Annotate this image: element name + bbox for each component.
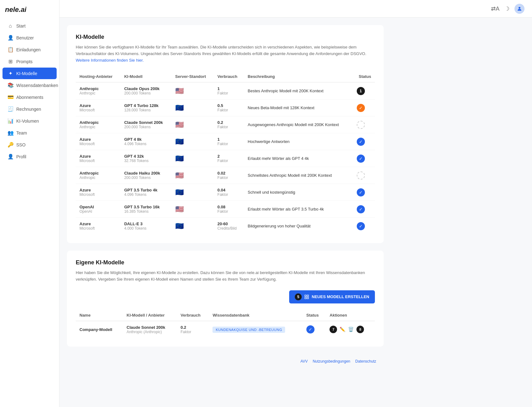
logo-area: nele.ai <box>0 0 59 18</box>
col-hosting: Hosting-Anbieter <box>76 71 120 82</box>
usage-cell: 0.08 Faktor <box>214 201 244 218</box>
rechnungen-icon: 🧾 <box>8 106 13 112</box>
table-row: Azure Microsoft GPT 4 Turbo 128k 128.000… <box>76 99 375 116</box>
sidebar-item-sso[interactable]: 🔑SSO <box>3 139 57 150</box>
svg-rect-3 <box>307 297 309 299</box>
usage-value: 0.08 <box>217 205 240 209</box>
name-cell: Company-Modell <box>76 321 123 338</box>
col-standort: Server-Standort <box>171 71 214 82</box>
model-tokens: 4.096 Tokens <box>124 192 168 197</box>
usage-value: 2 <box>217 154 240 159</box>
sidebar-item-profil[interactable]: 👤Profil <box>3 151 57 162</box>
eigene-ki-desc: Hier haben Sie die Möglichkeit, Ihre eig… <box>76 270 375 283</box>
more-info-link[interactable]: Weitere Informationen finden Sie hier. <box>76 58 144 63</box>
col-name: Name <box>76 310 123 321</box>
sidebar-item-team[interactable]: 👥Team <box>3 127 57 139</box>
provider-cell: Anthropic Anthropic <box>76 167 120 184</box>
nav-label-abonnements: Abonnements <box>16 95 43 100</box>
model-tokens: 200.000 Tokens <box>124 91 168 95</box>
status-active[interactable]: ✓ <box>357 205 365 213</box>
action-badge-7: 7 <box>330 326 337 333</box>
einladungen-icon: 📋 <box>8 47 13 53</box>
eigene-ki-title: Eigene KI-Modelle <box>76 259 375 266</box>
provider-cell: Azure Microsoft <box>76 133 120 150</box>
flag-cell: 🇺🇸 <box>171 116 214 133</box>
action-badge-8: 8 <box>356 326 364 333</box>
status-active[interactable]: ✓ <box>357 138 365 146</box>
table-row: Company-Modell Claude Sonnet 200k Anthro… <box>76 321 375 338</box>
provider-name: OpenAI <box>79 205 117 209</box>
page-content: KI-Modelle Hier können Sie die verfügbar… <box>59 18 391 376</box>
flag-cell: 🇺🇸 <box>171 167 214 184</box>
model-provider: Anthropic (Anthropic) <box>127 330 173 334</box>
delete-icon[interactable]: 🗑️ <box>348 327 354 332</box>
desc-cell: Neues Beta-Modell mit 128K Kontext <box>244 99 353 116</box>
sidebar-item-rechnungen[interactable]: 🧾Rechnungen <box>3 103 57 115</box>
col-status2: Status <box>303 310 326 321</box>
user-avatar[interactable] <box>514 4 524 14</box>
table-row: Azure Microsoft GPT 3.5 Turbo 4k 4.096 T… <box>76 184 375 201</box>
status-cell: ✓ <box>353 201 375 218</box>
model-cell: GPT 4 32k 32.768 Tokens <box>120 150 171 167</box>
ki-modelle-title: KI-Modelle <box>76 34 375 40</box>
sidebar-item-abonnements[interactable]: 💳Abonnements <box>3 91 57 103</box>
provider-cell: Azure Microsoft <box>76 99 120 116</box>
status-active2[interactable]: ✓ <box>306 325 315 333</box>
status-active[interactable]: ✓ <box>357 222 365 230</box>
nav-label-ki-volumen: KI-Volumen <box>16 119 39 124</box>
provider-cell: Anthropic Anthropic <box>76 82 120 99</box>
status-selected[interactable]: ✓ <box>357 104 365 112</box>
nav-label-profil: Profil <box>16 154 26 159</box>
usage-val2: 0.2 <box>181 325 205 330</box>
model-cell: Claude Opus 200k 200.000 Tokens <box>120 82 171 99</box>
status-inactive[interactable] <box>357 121 365 129</box>
status-number: 1 <box>357 87 365 95</box>
svg-point-0 <box>519 7 520 9</box>
sidebar-item-prompts[interactable]: ⊞Prompts <box>3 56 57 67</box>
new-model-button[interactable]: 5 NEUES MODELL ERSTELLEN <box>289 290 375 303</box>
new-model-label: NEUES MODELL ERSTELLEN <box>312 294 369 299</box>
moon-icon[interactable]: ☽ <box>504 5 509 12</box>
usage-cell: 20-60 Credits/Bild <box>214 218 244 235</box>
sidebar-item-wissensdatenbanken[interactable]: 📚Wissensdatenbanken <box>3 79 57 91</box>
desc-cell: Erlaubt mehr Wörter als GPT 3.5 Turbo 4k <box>244 201 353 218</box>
svg-rect-1 <box>305 295 306 297</box>
model-name: GPT 3.5 Turbo 4k <box>124 188 168 192</box>
flag-cell: 🇪🇺 <box>171 133 214 150</box>
eigene-ki-table: Name KI-Modell / Anbieter Verbrauch Wiss… <box>76 310 375 338</box>
abonnements-icon: 💳 <box>8 94 13 100</box>
team-icon: 👥 <box>8 130 13 136</box>
sidebar-item-benutzer[interactable]: 👤Benutzer <box>3 32 57 43</box>
model-cell: GPT 4 8k 4.096 Tokens <box>120 133 171 150</box>
ki-volumen-icon: 📊 <box>8 118 13 124</box>
usage-value: 20-60 <box>217 221 240 226</box>
table-row: Anthropic Anthropic Claude Opus 200k 200… <box>76 82 375 99</box>
model-tokens: 128.000 Tokens <box>124 108 168 112</box>
sidebar-item-ki-volumen[interactable]: 📊KI-Volumen <box>3 115 57 127</box>
translate-icon[interactable]: ⇄A <box>491 5 499 12</box>
usage-unit: Credits/Bild <box>217 226 240 231</box>
usage-value: 0.04 <box>217 188 240 192</box>
footer-datenschutz[interactable]: Datenschutz <box>355 359 376 364</box>
desc-cell: Bestes Anthropic Modell mit 200K Kontext <box>244 82 353 99</box>
sidebar-item-start[interactable]: ⌂Start <box>3 20 57 32</box>
action-icons: 7 ✏️ 🗑️ 8 <box>330 326 371 333</box>
usage-cell: 0.2 Faktor <box>214 116 244 133</box>
nav-label-benutzer: Benutzer <box>16 35 34 40</box>
footer-nutzung[interactable]: Nutzungsbedingungen <box>313 359 350 364</box>
footer-avv[interactable]: AVV <box>300 359 308 364</box>
provider-cell: OpenAI OpenAI <box>76 201 120 218</box>
status-inactive[interactable] <box>357 171 365 180</box>
desc-cell: Erlaubt mehr Wörter als GPT 4 4k <box>244 150 353 167</box>
status-active[interactable]: ✓ <box>357 188 365 196</box>
model-tokens: 200.000 Tokens <box>124 176 168 180</box>
svg-rect-2 <box>307 295 309 297</box>
edit-icon[interactable]: ✏️ <box>340 327 345 332</box>
sidebar-item-ki-modelle[interactable]: ✦KI-Modelle <box>3 68 57 79</box>
model-name: Claude Opus 200k <box>124 86 168 91</box>
model-name: GPT 4 Turbo 128k <box>124 103 168 108</box>
provider-sub: Microsoft <box>79 108 117 112</box>
status-active[interactable]: ✓ <box>357 155 365 163</box>
provider-name: Anthropic <box>79 86 117 91</box>
sidebar-item-einladungen[interactable]: 📋Einladungen <box>3 44 57 55</box>
